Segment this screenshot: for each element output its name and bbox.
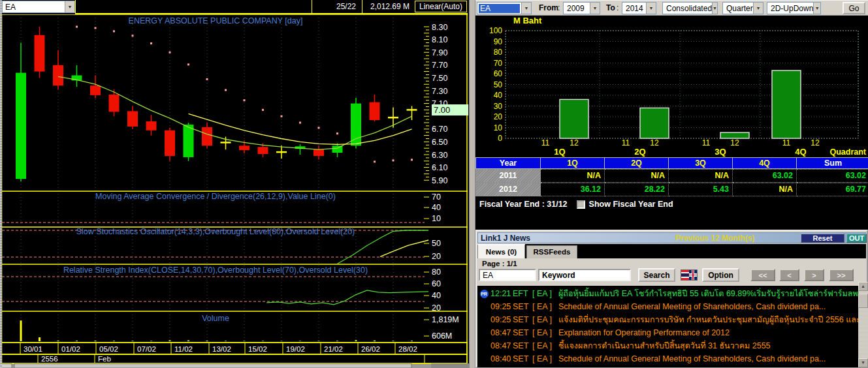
tab-news[interactable]: News (0) xyxy=(477,244,525,258)
fund-symbol-combo[interactable]: EA ▼ xyxy=(477,2,532,14)
rsi-title: Relative Strength Index(CLOSE,14,30,70),… xyxy=(63,266,368,275)
panel-divider[interactable] xyxy=(469,0,475,368)
news-item[interactable]: 08:47SET[ EA ]Explanation for Operating … xyxy=(477,325,858,338)
news-headline: แจ้งมติที่ประชุมคณะกรรมการบริษัท กำหนดวั… xyxy=(558,313,858,326)
svg-text:5.90: 5.90 xyxy=(432,176,447,185)
language-flag-icon[interactable] xyxy=(681,269,698,281)
to-year-value: 2014 xyxy=(622,4,646,13)
news-symbol: [ EA ] xyxy=(532,302,558,311)
table-row[interactable]: 2011N/AN/AN/A63.0263.02 xyxy=(475,169,868,183)
volume-bars xyxy=(20,320,413,341)
svg-text:12: 12 xyxy=(650,138,659,147)
svg-text:7.30: 7.30 xyxy=(432,87,447,96)
search-button[interactable]: Search xyxy=(638,268,675,282)
scroll-down-icon[interactable]: ▼ xyxy=(858,358,868,367)
news-item[interactable]: 08:40SET[ EA ]Schedule of Annual General… xyxy=(477,351,858,364)
from-year-combo[interactable]: 2009 ▼ xyxy=(563,2,600,14)
from-year-value: 2009 xyxy=(564,4,590,13)
scroll-thumb[interactable] xyxy=(858,294,868,308)
svg-text:05/02: 05/02 xyxy=(99,345,118,353)
last-price-tag: 7.00 xyxy=(432,104,468,115)
svg-text:7.70: 7.70 xyxy=(432,61,447,70)
first-page-button[interactable]: << xyxy=(750,269,775,281)
chevron-down-icon[interactable]: ▼ xyxy=(813,3,820,14)
svg-text:60: 60 xyxy=(494,69,503,78)
news-time: 09:25 xyxy=(490,302,513,311)
table-row[interactable]: 201236.1228.225.43N/A69.77 xyxy=(475,183,868,196)
table-cell: 63.02 xyxy=(733,169,797,183)
svg-text:13/02: 13/02 xyxy=(212,345,231,353)
news-source: SET xyxy=(513,302,532,311)
quarterly-bar-chart-svg[interactable]: 010203040506070809010011121Q11122Q11123Q… xyxy=(475,16,868,157)
chevron-down-icon[interactable]: ▼ xyxy=(521,3,531,14)
chart-style-value: 2D-UpDown xyxy=(767,4,813,13)
window-resize-edge[interactable] xyxy=(0,0,2,368)
scale-mode-button[interactable]: Linear(Auto) xyxy=(415,1,467,12)
svg-text:12: 12 xyxy=(811,138,820,147)
period-combo[interactable]: Quarter ▼ xyxy=(722,2,764,14)
to-colon: : xyxy=(617,3,619,12)
svg-text:21/02: 21/02 xyxy=(324,345,343,353)
svg-text:4Q: 4Q xyxy=(795,147,806,157)
table-cell: N/A xyxy=(605,169,669,183)
news-time: 08:40 xyxy=(490,354,513,363)
news-time: 12:21 xyxy=(490,289,513,298)
svg-text:60: 60 xyxy=(432,279,441,288)
fiscal-year-row: Fiscal Year End : 31/12 Show Fiscal Year… xyxy=(479,199,673,209)
last-page-button[interactable]: >> xyxy=(829,269,854,281)
svg-text:30/01: 30/01 xyxy=(24,345,42,353)
news-item[interactable]: PR12:21EFT[ EA ]ผู้ถือหุ้นยิ้มแก้มปริ EA… xyxy=(477,286,858,299)
keyword-input[interactable] xyxy=(538,269,631,281)
table-cell: 36.12 xyxy=(541,183,605,196)
to-year-combo[interactable]: 2014 ▼ xyxy=(622,2,656,14)
fiscal-year-end-label: Fiscal Year End : 31/12 xyxy=(479,200,568,209)
chart-style-combo[interactable]: 2D-UpDown ▼ xyxy=(767,2,821,14)
svg-text:20: 20 xyxy=(432,252,441,261)
chevron-down-icon[interactable]: ▼ xyxy=(753,3,763,14)
news-titlebar[interactable]: Link1 J News Previous 12 Month(s) Reset … xyxy=(477,232,866,243)
news-item[interactable]: 08:47SET[ EA ]ชี้แจงผลการดำเนินงานสำหรับ… xyxy=(477,338,858,351)
symbol-combo[interactable]: EA ▼ xyxy=(2,1,75,13)
svg-text:30: 30 xyxy=(494,102,503,111)
go-button[interactable]: Go xyxy=(843,2,865,14)
statement-type-combo[interactable]: Consolidated ▼ xyxy=(662,2,718,14)
news-headline: ผู้ถือหุ้นยิ้มแก้มปริ EA โชว์กำไรสุทธิปี… xyxy=(558,287,858,299)
table-cell: 1Q xyxy=(541,157,605,169)
svg-text:6.50: 6.50 xyxy=(432,138,447,147)
out-button[interactable]: OUT xyxy=(846,234,867,243)
h-scrollbar[interactable] xyxy=(0,363,470,368)
svg-text:1Q: 1Q xyxy=(554,147,565,157)
svg-text:11: 11 xyxy=(622,138,630,147)
tab-rssfeeds[interactable]: RSSFeeds xyxy=(526,245,577,258)
quadrant-label: Quadrant xyxy=(829,147,866,157)
chevron-down-icon[interactable]: ▼ xyxy=(712,3,717,14)
news-item[interactable]: 09:25SET[ EA ]Schedule of Annual General… xyxy=(477,299,858,312)
svg-text:8.30: 8.30 xyxy=(432,23,447,32)
svg-text:6.70: 6.70 xyxy=(432,125,447,134)
price-chart-svg[interactable]: 8.308.107.907.707.507.307.106.706.506.30… xyxy=(0,14,470,368)
stoch-title: Slow Stochastics Oscillator(14,3,3),Over… xyxy=(76,227,355,236)
reset-button[interactable]: Reset xyxy=(801,234,844,243)
svg-text:80: 80 xyxy=(494,48,503,57)
svg-text:26/02: 26/02 xyxy=(361,345,380,353)
quarterly-table: Year1Q2Q3Q4QSum2011N/AN/AN/A63.0263.0220… xyxy=(475,157,868,196)
svg-text:606M: 606M xyxy=(432,331,452,341)
option-button[interactable]: Option xyxy=(702,268,739,282)
news-period-note: Previous 12 Month(s) xyxy=(675,234,754,243)
svg-text:40: 40 xyxy=(432,203,441,212)
svg-text:10: 10 xyxy=(494,123,503,132)
fund-symbol-value: EA xyxy=(479,4,520,13)
next-page-button[interactable]: > xyxy=(804,269,824,281)
chevron-down-icon[interactable]: ▼ xyxy=(590,3,600,14)
news-scrollbar[interactable]: ▲ ▼ xyxy=(858,282,868,367)
chart-toolbar: EA ▼ 25/22 2,012.69 M Linear(Auto) xyxy=(0,0,470,14)
prev-page-button[interactable]: < xyxy=(779,269,799,281)
show-fiscal-checkbox[interactable] xyxy=(577,200,585,209)
symbol-filter-input[interactable] xyxy=(479,269,536,281)
scroll-up-icon[interactable]: ▲ xyxy=(858,282,868,291)
table-cell: 2011 xyxy=(475,169,541,183)
chevron-down-icon[interactable]: ▼ xyxy=(65,1,74,12)
chevron-down-icon[interactable]: ▼ xyxy=(646,3,656,14)
news-item[interactable]: 09:25SET[ EA ]แจ้งมติที่ประชุมคณะกรรมการ… xyxy=(477,312,858,325)
svg-text:11: 11 xyxy=(782,138,791,147)
